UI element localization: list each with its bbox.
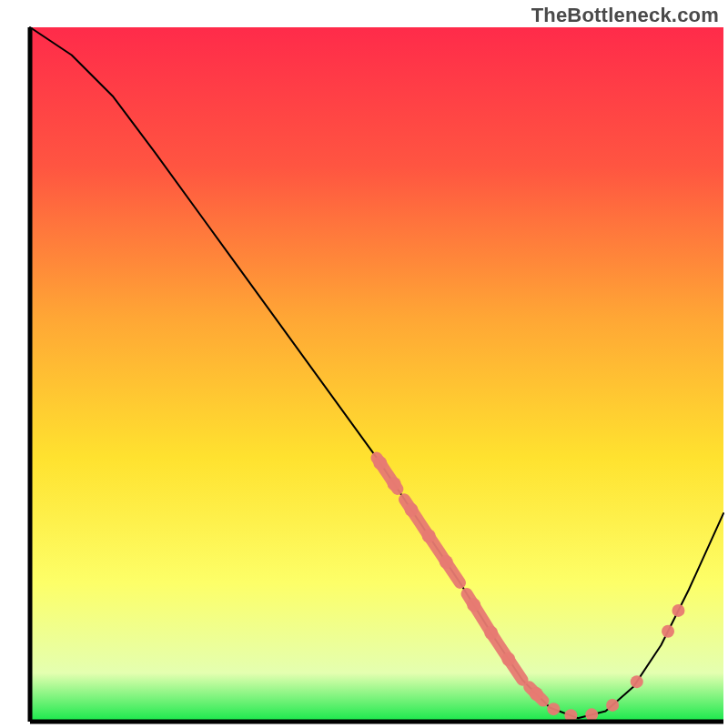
- overlay-dot: [672, 604, 684, 617]
- overlay-dot: [388, 477, 401, 490]
- overlay-dot: [405, 503, 419, 517]
- overlay-dot: [662, 625, 674, 638]
- overlay-dot: [530, 687, 543, 701]
- overlay-dot: [585, 708, 598, 721]
- chart-background: [30, 27, 723, 722]
- overlay-dot: [606, 699, 619, 712]
- overlay-dot: [422, 529, 436, 542]
- overlay-dot: [631, 675, 643, 688]
- chart-stage: TheBottleneck.com: [0, 0, 728, 728]
- overlay-dot: [547, 703, 560, 715]
- overlay-dot: [467, 598, 480, 612]
- overlay-dot: [440, 555, 453, 569]
- chart-svg: [0, 0, 728, 728]
- overlay-dot: [484, 626, 498, 640]
- overlay-dot: [373, 456, 387, 470]
- overlay-dot: [501, 652, 515, 666]
